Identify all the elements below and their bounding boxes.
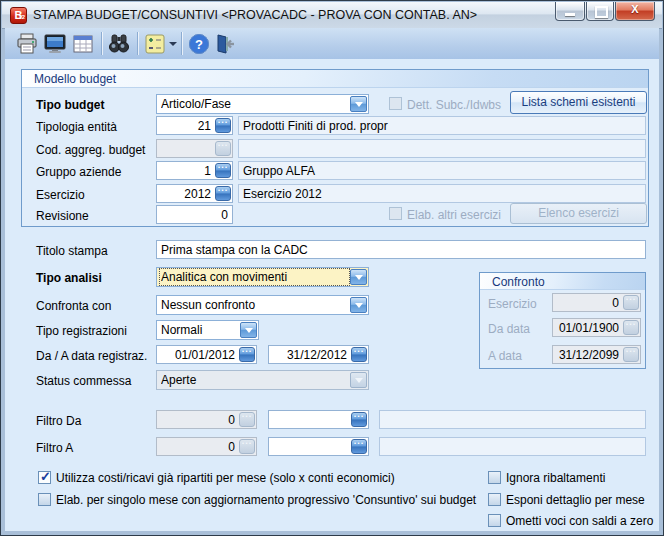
ometti-label: Ometti voci con saldi a zero <box>506 514 653 528</box>
help-icon[interactable]: ? <box>187 32 211 56</box>
esponi-checkbox[interactable] <box>488 493 501 506</box>
toolbar-separator <box>137 32 138 55</box>
maximize-icon <box>595 6 608 18</box>
filtro-da-lookup-button[interactable] <box>351 412 367 427</box>
confronto-da-data-label: Da data <box>488 322 530 336</box>
filtro-a-lookup-button[interactable] <box>351 439 367 454</box>
chevron-down-icon <box>350 372 367 388</box>
confronta-con-label: Confronta con <box>36 299 111 313</box>
elab-mese-checkbox[interactable] <box>38 493 51 506</box>
elab-mese-label: Elab. per singolo mese con aggiornamento… <box>56 493 476 507</box>
dett-subc-label: Dett. Subc./Idwbs <box>407 98 501 112</box>
gruppo-aziende-lookup-button[interactable] <box>215 163 231 178</box>
ignora-checkbox[interactable] <box>488 471 501 484</box>
esercizio-desc-field <box>238 184 646 203</box>
revisione-input[interactable] <box>156 205 233 224</box>
esponi-label: Esponi dettaglio per mese <box>506 493 645 507</box>
titolo-stampa-input[interactable] <box>156 240 646 259</box>
elab-altri-label: Elab. altri esercizi <box>407 208 501 222</box>
confronto-esercizio-lookup-button <box>623 295 639 310</box>
esercizio-lookup-button[interactable] <box>215 186 231 201</box>
ignora-label: Ignora ribaltamenti <box>506 471 605 485</box>
toolbar-separator <box>181 32 182 55</box>
data-registraz-da-lookup-button[interactable] <box>239 347 255 362</box>
app-icon: B12 <box>10 7 27 24</box>
svg-text:?: ? <box>195 37 203 52</box>
filtro-da-label: Filtro Da <box>36 414 81 428</box>
tipo-budget-combo[interactable]: Articolo/Fase <box>156 94 369 114</box>
gruppo-aziende-desc-field <box>238 161 646 180</box>
lista-schemi-button[interactable]: Lista schemi esistenti <box>510 91 647 114</box>
ometti-checkbox[interactable] <box>488 514 501 527</box>
toolbar: ? <box>5 28 659 60</box>
utilizza-checkbox[interactable] <box>38 471 51 484</box>
elenco-esercizi-button: Elenco esercizi <box>510 203 647 224</box>
data-registraz-label: Da / A data registraz. <box>36 349 147 363</box>
revisione-label: Revisione <box>36 209 89 223</box>
tipologia-lookup-button[interactable] <box>215 118 231 133</box>
status-commessa-label: Status commessa <box>36 374 131 388</box>
titolo-stampa-label: Titolo stampa <box>36 244 108 258</box>
toolbar-separator <box>101 32 102 55</box>
options-icon[interactable] <box>143 32 167 56</box>
chevron-down-icon[interactable] <box>240 322 257 338</box>
tipo-registrazioni-combo[interactable]: Normali <box>156 320 259 340</box>
dett-subc-checkbox <box>389 97 402 110</box>
options-dropdown-arrow[interactable] <box>169 42 177 46</box>
esercizio-label: Esercizio <box>36 188 85 202</box>
filtro-da-num-lookup-button <box>239 412 255 427</box>
dialog-window: B12 STAMPA BUDGET/CONSUNTIVI <PROVACADC … <box>0 0 664 536</box>
grid-icon[interactable] <box>71 32 95 56</box>
status-commessa-combo: Aperte <box>156 370 369 390</box>
window-title: STAMPA BUDGET/CONSUNTIVI <PROVACADC - PR… <box>33 8 477 22</box>
cod-aggreg-desc-field <box>238 139 646 158</box>
confronto-a-data-lookup-button <box>623 347 639 362</box>
filtro-a-desc-field <box>379 437 646 456</box>
close-icon: X <box>616 3 654 15</box>
confronto-a-data-label: A data <box>488 349 522 363</box>
cod-aggreg-label: Cod. aggreg. budget <box>36 143 145 157</box>
modello-budget-header: Modello budget <box>22 70 648 88</box>
gruppo-aziende-label: Gruppo aziende <box>36 165 121 179</box>
elab-altri-checkbox <box>389 207 402 220</box>
close-button[interactable]: X <box>615 2 655 21</box>
filtro-a-num-lookup-button <box>239 439 255 454</box>
confronto-esercizio-label: Esercizio <box>488 297 537 311</box>
data-registraz-a-lookup-button[interactable] <box>351 347 367 362</box>
confronto-header: Confronto <box>480 273 645 290</box>
tipo-registrazioni-label: Tipo registrazioni <box>36 324 127 338</box>
print-preview-icon[interactable] <box>43 32 67 56</box>
cod-aggreg-lookup-button <box>215 141 231 156</box>
title-bar: B12 STAMPA BUDGET/CONSUNTIVI <PROVACADC … <box>2 2 662 29</box>
chevron-down-icon[interactable] <box>350 96 367 112</box>
tipologia-desc-field <box>238 116 646 135</box>
chevron-down-icon[interactable] <box>350 269 367 285</box>
tipo-budget-label: Tipo budget <box>36 98 104 112</box>
maximize-button[interactable] <box>586 2 614 21</box>
minimize-icon <box>565 13 575 16</box>
minimize-button[interactable] <box>555 2 585 21</box>
filtro-da-desc-field <box>379 410 646 429</box>
search-icon[interactable] <box>107 32 131 56</box>
chevron-down-icon[interactable] <box>350 297 367 313</box>
filtro-a-label: Filtro A <box>36 441 73 455</box>
exit-icon[interactable] <box>213 32 237 56</box>
tipo-analisi-label: Tipo analisi <box>36 271 102 285</box>
tipologia-entita-label: Tipologia entità <box>36 120 117 134</box>
print-icon[interactable] <box>15 32 39 56</box>
confronto-da-data-lookup-button <box>623 320 639 335</box>
tipo-analisi-combo[interactable]: Analitica con movimenti <box>156 267 369 287</box>
confronta-con-combo[interactable]: Nessun confronto <box>156 295 369 315</box>
utilizza-label: Utilizza costi/ricavi già ripartiti per … <box>56 471 395 485</box>
